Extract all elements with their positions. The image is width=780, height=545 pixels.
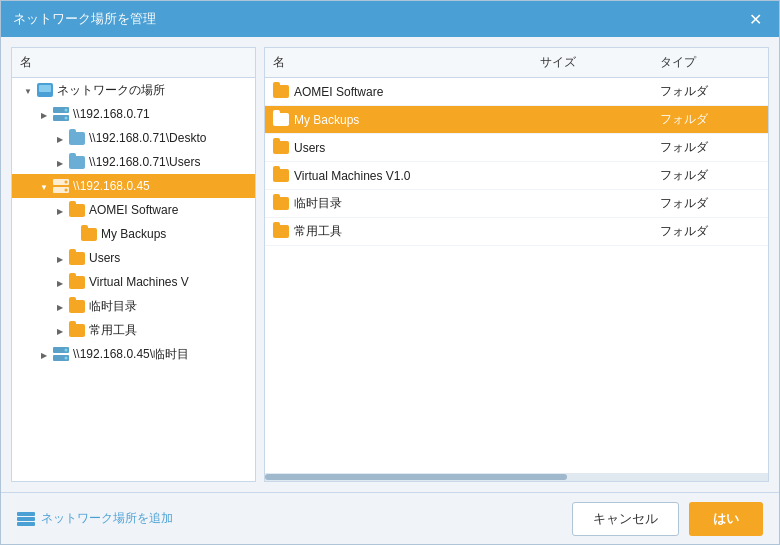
svg-rect-16 bbox=[17, 512, 35, 516]
dialog-title: ネットワーク場所を管理 bbox=[13, 10, 156, 28]
left-panel: 名 ネットワークの場所 bbox=[11, 47, 256, 482]
title-bar: ネットワーク場所を管理 ✕ bbox=[1, 1, 779, 37]
svg-rect-2 bbox=[43, 93, 47, 95]
tree-item-ip45-vm[interactable]: Virtual Machines V bbox=[12, 270, 255, 294]
file-row-common[interactable]: 常用工具 フォルダ bbox=[265, 218, 768, 246]
file-row-tmp-name: 临时目录 bbox=[273, 195, 540, 212]
svg-rect-1 bbox=[39, 85, 51, 92]
col-header-size: サイズ bbox=[540, 54, 660, 71]
folder-icon-ip71-desktop bbox=[68, 129, 86, 147]
add-location-icon bbox=[17, 512, 35, 526]
tree-label-ip71-users: \\192.168.0.71\Users bbox=[89, 155, 200, 169]
tree-item-ip45-aomei[interactable]: AOMEI Software bbox=[12, 198, 255, 222]
tree-label-ip45-vm: Virtual Machines V bbox=[89, 275, 189, 289]
folder-icon-aomei bbox=[273, 85, 289, 98]
tree-label-ip45-users: Users bbox=[89, 251, 120, 265]
file-row-mybackups[interactable]: .file-row.selected .icon-folder::before{… bbox=[265, 106, 768, 134]
scrollbar-thumb bbox=[265, 474, 567, 480]
svg-point-15 bbox=[65, 357, 68, 360]
server-icon-ip71 bbox=[52, 105, 70, 123]
content-area: 名 ネットワークの場所 bbox=[1, 37, 779, 492]
svg-point-14 bbox=[65, 349, 68, 352]
file-label-common: 常用工具 bbox=[294, 223, 342, 240]
tree-label-ip71-desktop: \\192.168.0.71\Deskto bbox=[89, 131, 206, 145]
svg-point-6 bbox=[65, 109, 68, 112]
ok-button[interactable]: はい bbox=[689, 502, 763, 536]
folder-icon-tmp bbox=[273, 197, 289, 210]
folder-icon-mybackups: .file-row.selected .icon-folder::before{… bbox=[273, 113, 289, 126]
network-icon bbox=[36, 81, 54, 99]
svg-rect-17 bbox=[17, 517, 35, 521]
folder-icon-ip45-vm bbox=[68, 273, 86, 291]
tree-item-ip45-mybackups[interactable]: My Backups bbox=[12, 222, 255, 246]
file-row-vm[interactable]: Virtual Machines V1.0 フォルダ bbox=[265, 162, 768, 190]
col-header-type: タイプ bbox=[660, 54, 760, 71]
folder-icon-ip45-mybackups bbox=[80, 225, 98, 243]
folder-icon-common bbox=[273, 225, 289, 238]
file-row-common-name: 常用工具 bbox=[273, 223, 540, 240]
file-row-aomei-name: AOMEI Software bbox=[273, 85, 540, 99]
add-location-label: ネットワーク場所を追加 bbox=[41, 510, 173, 527]
toggle-ip45-tmp2[interactable] bbox=[36, 346, 52, 362]
toggle-ip71-desktop[interactable] bbox=[52, 130, 68, 146]
file-label-mybackups: My Backups bbox=[294, 113, 359, 127]
folder-icon-ip45-users bbox=[68, 249, 86, 267]
file-label-users: Users bbox=[294, 141, 325, 155]
right-panel-body: AOMEI Software フォルダ .file-row.selected .… bbox=[265, 78, 768, 473]
tree-item-ip45-tmp[interactable]: 临时目录 bbox=[12, 294, 255, 318]
col-header-name: 名 bbox=[273, 54, 540, 71]
footer-buttons: キャンセル はい bbox=[572, 502, 763, 536]
tree-item-ip45-users[interactable]: Users bbox=[12, 246, 255, 270]
svg-point-10 bbox=[65, 181, 68, 184]
cancel-button[interactable]: キャンセル bbox=[572, 502, 679, 536]
toggle-network-root[interactable] bbox=[20, 82, 36, 98]
folder-icon-ip45-common bbox=[68, 321, 86, 339]
folder-icon-ip45-tmp bbox=[68, 297, 86, 315]
folder-icon-ip71-users bbox=[68, 153, 86, 171]
toggle-ip45-aomei[interactable] bbox=[52, 202, 68, 218]
toggle-ip71-users[interactable] bbox=[52, 154, 68, 170]
tree-label-ip71: \\192.168.0.71 bbox=[73, 107, 150, 121]
dialog-footer: ネットワーク場所を追加 キャンセル はい bbox=[1, 492, 779, 544]
folder-icon-vm bbox=[273, 169, 289, 182]
tree-item-ip45-common[interactable]: 常用工具 bbox=[12, 318, 255, 342]
toggle-ip45[interactable] bbox=[36, 178, 52, 194]
file-type-tmp: フォルダ bbox=[660, 195, 760, 212]
toggle-ip71[interactable] bbox=[36, 106, 52, 122]
scrollbar[interactable] bbox=[265, 473, 768, 481]
tree-item-ip71[interactable]: \\192.168.0.71 bbox=[12, 102, 255, 126]
left-header-name: 名 bbox=[20, 55, 32, 69]
folder-icon-ip45-aomei bbox=[68, 201, 86, 219]
toggle-ip45-common[interactable] bbox=[52, 322, 68, 338]
close-button[interactable]: ✕ bbox=[743, 7, 767, 31]
file-row-mybackups-name: .file-row.selected .icon-folder::before{… bbox=[273, 113, 540, 127]
tree-item-ip45[interactable]: \\192.168.0.45 bbox=[12, 174, 255, 198]
tree-label-ip45-mybackups: My Backups bbox=[101, 227, 166, 241]
tree-label-ip45-common: 常用工具 bbox=[89, 322, 137, 339]
file-row-aomei[interactable]: AOMEI Software フォルダ bbox=[265, 78, 768, 106]
tree-item-ip45-tmp2[interactable]: \\192.168.0.45\临时目 bbox=[12, 342, 255, 366]
right-panel-header: 名 サイズ タイプ bbox=[265, 48, 768, 78]
file-row-tmp[interactable]: 临时目录 フォルダ bbox=[265, 190, 768, 218]
tree-label-network-root: ネットワークの場所 bbox=[57, 82, 165, 99]
add-network-location-button[interactable]: ネットワーク場所を追加 bbox=[17, 510, 173, 527]
tree-label-ip45-tmp2: \\192.168.0.45\临时目 bbox=[73, 346, 189, 363]
file-type-aomei: フォルダ bbox=[660, 83, 760, 100]
svg-point-7 bbox=[65, 117, 68, 120]
left-panel-header: 名 bbox=[12, 48, 255, 78]
server-icon-ip45 bbox=[52, 177, 70, 195]
tree-item-ip71-desktop[interactable]: \\192.168.0.71\Deskto bbox=[12, 126, 255, 150]
file-label-vm: Virtual Machines V1.0 bbox=[294, 169, 411, 183]
svg-point-11 bbox=[65, 189, 68, 192]
tree-item-network-root[interactable]: ネットワークの場所 bbox=[12, 78, 255, 102]
tree-label-ip45-aomei: AOMEI Software bbox=[89, 203, 178, 217]
tree-label-ip45-tmp: 临时目录 bbox=[89, 298, 137, 315]
file-type-vm: フォルダ bbox=[660, 167, 760, 184]
tree-item-ip71-users[interactable]: \\192.168.0.71\Users bbox=[12, 150, 255, 174]
toggle-ip45-tmp[interactable] bbox=[52, 298, 68, 314]
tree-label-ip45: \\192.168.0.45 bbox=[73, 179, 150, 193]
file-type-common: フォルダ bbox=[660, 223, 760, 240]
file-row-users[interactable]: Users フォルダ bbox=[265, 134, 768, 162]
toggle-ip45-vm[interactable] bbox=[52, 274, 68, 290]
toggle-ip45-users[interactable] bbox=[52, 250, 68, 266]
